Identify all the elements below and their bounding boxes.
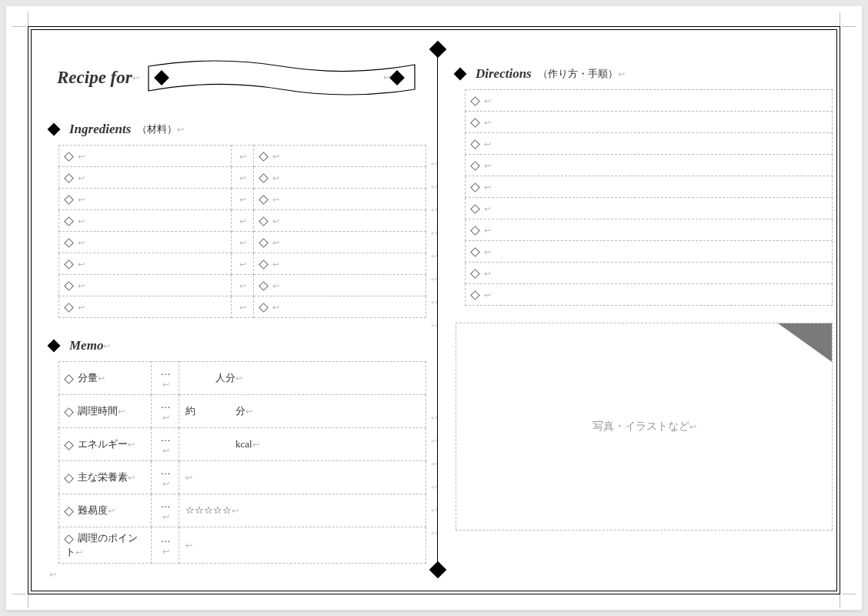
table-row: ↩ [466, 198, 833, 219]
guide-mark [842, 26, 856, 27]
diamond-outline-icon [470, 182, 480, 192]
ingredient-cell-right[interactable]: ↩ [253, 253, 426, 275]
memo-dots-cell: …↩ [152, 527, 179, 564]
diamond-outline-icon [470, 96, 480, 106]
ingredient-cell-right[interactable]: ↩ [253, 296, 426, 318]
diamond-outline-icon [470, 139, 480, 149]
ingredient-sep: ↩ [232, 275, 254, 296]
direction-cell[interactable]: ↩ [466, 241, 833, 263]
ingredient-cell-left[interactable]: ↩ [59, 189, 232, 210]
table-row: エネルギー↩…↩ kcal↩ [59, 428, 426, 461]
ingredient-cell-left[interactable]: ↩ [59, 232, 232, 253]
ingredient-cell-right[interactable]: ↩ [253, 275, 426, 296]
ingredient-cell-left[interactable]: ↩ [59, 253, 232, 275]
table-row: ↩ [466, 155, 833, 176]
ingredient-cell-left[interactable]: ↩ [59, 275, 232, 296]
diamond-outline-icon [470, 247, 480, 257]
memo-title-en: Memo [69, 338, 103, 353]
direction-cell[interactable]: ↩ [466, 198, 833, 219]
recipe-for-label: Recipe for [57, 68, 132, 88]
ingredients-title-en: Ingredients [69, 122, 131, 137]
direction-cell[interactable]: ↩ [466, 284, 833, 306]
direction-cell[interactable]: ↩ [466, 263, 833, 284]
ingredient-cell-left[interactable]: ↩ [59, 210, 232, 232]
diamond-outline-icon [64, 195, 74, 205]
direction-cell[interactable]: ↩ [466, 219, 833, 241]
direction-cell[interactable]: ↩ [466, 112, 833, 133]
center-divider [437, 48, 438, 570]
ingredient-sep: ↩ [232, 210, 254, 232]
directions-table: ↩ ↩ ↩ ↩ ↩ ↩ ↩ ↩ ↩ ↩ [465, 89, 833, 306]
diamond-outline-icon [470, 226, 480, 236]
diamond-outline-icon [64, 281, 74, 291]
diamond-outline-icon [64, 303, 74, 313]
memo-label-cell: 難易度↩ [59, 494, 152, 527]
memo-label-cell: 調理のポイント↩ [59, 527, 152, 564]
right-column: Directions （作り方・手順）↩ ↩ ↩ ↩ ↩ ↩ ↩ ↩ ↩ ↩ ↩… [456, 66, 833, 531]
diamond-outline-icon [470, 204, 480, 214]
diamond-outline-icon [64, 474, 74, 484]
recipe-title-banner[interactable]: ↩ [147, 59, 416, 97]
ingredient-cell-left[interactable]: ↩ [59, 167, 232, 189]
diamond-outline-icon [64, 440, 74, 450]
diamond-outline-icon [259, 195, 269, 205]
table-row: ↩ [466, 90, 833, 112]
table-row: 主な栄養素↩…↩↩ [59, 461, 426, 494]
ingredients-table: ↩ ↩ ↩ ↩ ↩ ↩ ↩ ↩ ↩ ↩ ↩ ↩ ↩ ↩ ↩ ↩ ↩ ↩ ↩ ↩ … [58, 145, 426, 318]
ingredient-sep: ↩ [232, 146, 254, 167]
photo-placeholder-label: 写真・イラストなど [593, 420, 689, 434]
left-column: Ingredients （材料）↩ ↩ ↩ ↩ ↩ ↩ ↩ ↩ ↩ ↩ ↩ ↩ … [49, 122, 426, 581]
diamond-outline-icon [470, 269, 480, 279]
diamond-outline-icon [470, 118, 480, 128]
direction-cell[interactable]: ↩ [466, 90, 833, 112]
memo-dots-cell: …↩ [152, 461, 179, 494]
memo-value-cell[interactable]: 約 分↩ [179, 395, 426, 428]
table-row: ↩ [466, 219, 833, 241]
diamond-outline-icon [64, 407, 74, 417]
photo-placeholder[interactable]: 写真・イラストなど↩ [456, 323, 833, 531]
table-row: 分量↩…↩ 人分↩ [59, 362, 426, 395]
ingredient-cell-left[interactable]: ↩ [59, 296, 232, 318]
ingredient-sep: ↩ [232, 253, 254, 275]
directions-title-en: Directions [476, 66, 532, 82]
ingredient-cell-right[interactable]: ↩ [253, 167, 426, 189]
photo-corner-fold-icon [778, 323, 832, 362]
ingredient-sep: ↩ [232, 232, 254, 253]
direction-cell[interactable]: ↩ [466, 133, 833, 155]
table-row: ↩ ↩ ↩ [59, 210, 426, 232]
memo-value-cell[interactable]: ↩ [179, 461, 426, 494]
table-row: 調理のポイント↩…↩↩ [59, 527, 426, 564]
memo-table: 分量↩…↩ 人分↩ 調理時間↩…↩約 分↩ エネルギー↩…↩ kcal↩ 主な栄… [58, 361, 426, 564]
table-row: ↩ [466, 176, 833, 198]
table-row: ↩ [466, 263, 833, 284]
memo-label-cell: エネルギー↩ [59, 428, 152, 461]
directions-title-jp: （作り方・手順） [538, 67, 618, 81]
memo-label-cell: 分量↩ [59, 362, 152, 395]
memo-label-cell: 主な栄養素↩ [59, 461, 152, 494]
guide-mark [840, 12, 840, 26]
memo-value-cell[interactable]: 人分↩ [179, 362, 426, 395]
memo-value-cell[interactable]: kcal↩ [179, 428, 426, 461]
diamond-outline-icon [64, 534, 74, 544]
diamond-icon [48, 123, 61, 136]
diamond-outline-icon [259, 173, 269, 183]
ingredient-cell-left[interactable]: ↩ [59, 146, 232, 167]
diamond-outline-icon [470, 161, 480, 171]
banner-svg [147, 59, 416, 97]
memo-heading: Memo↩ [49, 338, 426, 353]
direction-cell[interactable]: ↩ [466, 155, 833, 176]
diamond-outline-icon [64, 507, 74, 517]
memo-value-cell[interactable]: ↩ [179, 527, 426, 564]
ingredient-cell-right[interactable]: ↩ [253, 210, 426, 232]
table-row: ↩ ↩ ↩ [59, 232, 426, 253]
diamond-outline-icon [259, 238, 269, 248]
return-mark: ↩ [49, 570, 56, 579]
memo-value-cell[interactable]: ☆☆☆☆☆↩ [179, 494, 426, 527]
diamond-outline-icon [259, 303, 269, 313]
ingredient-cell-right[interactable]: ↩ [253, 189, 426, 210]
ingredient-cell-right[interactable]: ↩ [253, 146, 426, 167]
direction-cell[interactable]: ↩ [466, 176, 833, 198]
ingredient-cell-right[interactable]: ↩ [253, 232, 426, 253]
recipe-card-page: Recipe for↩ ↩ Ingredients （材料）↩ ↩ ↩ ↩ ↩ … [6, 6, 862, 610]
guide-mark [28, 594, 28, 608]
